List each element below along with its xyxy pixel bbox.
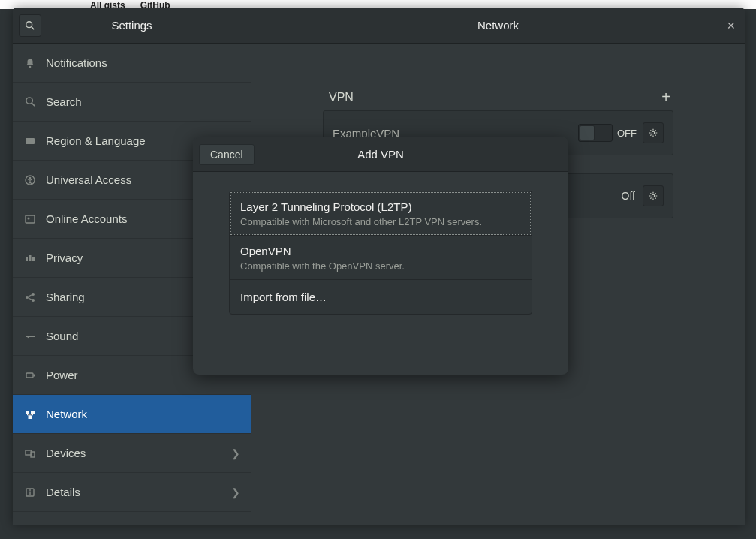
- chevron-right-icon: ❯: [231, 486, 240, 498]
- power-icon: [23, 369, 37, 382]
- devices-icon: [23, 447, 37, 460]
- svg-rect-25: [29, 491, 30, 495]
- close-button[interactable]: ✕: [727, 20, 736, 32]
- account-icon: [23, 212, 37, 226]
- accessibility-icon: [23, 173, 37, 187]
- sidebar-item-search[interactable]: Search: [13, 83, 251, 122]
- sound-icon: [23, 330, 37, 343]
- svg-rect-11: [29, 255, 32, 261]
- svg-rect-20: [31, 411, 35, 414]
- details-icon: [23, 486, 37, 499]
- vpn-option-l2tp[interactable]: Layer 2 Tunneling Protocol (L2TP) Compat…: [230, 191, 532, 236]
- svg-rect-10: [26, 257, 28, 261]
- svg-point-26: [29, 489, 31, 491]
- sidebar-item-label: Details: [46, 486, 231, 498]
- dialog-body: Layer 2 Tunneling Protocol (L2TP) Compat…: [193, 172, 568, 375]
- close-icon: ✕: [727, 20, 736, 32]
- svg-point-7: [29, 176, 32, 179]
- vpn-option-desc: Compatible with the OpenVPN server.: [240, 260, 521, 272]
- sidebar-item-notifications[interactable]: Notifications: [13, 44, 251, 83]
- gear-icon: [648, 128, 658, 138]
- svg-point-27: [652, 131, 655, 134]
- privacy-icon: [23, 251, 37, 265]
- share-icon: [23, 291, 37, 304]
- plus-icon: +: [661, 89, 670, 105]
- vpn-option-desc: Compatible with Microsoft and other L2TP…: [240, 216, 521, 227]
- gear-icon: [648, 191, 658, 201]
- svg-rect-8: [26, 215, 35, 223]
- add-vpn-dialog: Cancel Add VPN Layer 2 Tunneling Protoco…: [193, 137, 568, 375]
- toggle-track: [578, 124, 613, 142]
- svg-point-3: [26, 98, 32, 104]
- sidebar-item-details[interactable]: Details ❯: [13, 473, 251, 512]
- add-vpn-button[interactable]: +: [661, 89, 670, 106]
- sidebar-item-network[interactable]: Network: [13, 395, 251, 434]
- svg-rect-21: [29, 416, 32, 419]
- svg-point-15: [32, 299, 35, 302]
- sidebar-item-devices[interactable]: Devices ❯: [13, 434, 251, 473]
- sidebar-item-label: Notifications: [46, 56, 240, 69]
- sidebar-item-label: Search: [46, 95, 240, 108]
- sidebar-title: Settings: [19, 19, 245, 32]
- svg-rect-12: [32, 257, 35, 261]
- svg-point-2: [29, 65, 32, 68]
- toggle-knob: [580, 125, 595, 140]
- main-header: Network ✕: [251, 8, 745, 44]
- svg-rect-19: [26, 411, 29, 414]
- sidebar-header: Settings: [13, 8, 251, 44]
- vpn-heading: VPN: [329, 91, 354, 104]
- chevron-right-icon: ❯: [231, 447, 240, 459]
- vpn-toggle-text: OFF: [617, 128, 637, 139]
- svg-rect-18: [34, 374, 35, 376]
- vpn-option-title: Layer 2 Tunneling Protocol (L2TP): [240, 200, 521, 213]
- cancel-button[interactable]: Cancel: [199, 144, 255, 165]
- proxy-settings-button[interactable]: [643, 185, 664, 206]
- dialog-header: Cancel Add VPN: [193, 137, 568, 172]
- svg-point-28: [652, 194, 655, 197]
- svg-line-4: [32, 104, 35, 107]
- vpn-section-header: VPN +: [323, 89, 673, 110]
- svg-point-14: [32, 293, 35, 296]
- magnify-icon: [23, 95, 37, 109]
- proxy-status: Off: [622, 190, 635, 202]
- vpn-settings-button[interactable]: [643, 122, 664, 143]
- sidebar-item-label: Network: [46, 408, 240, 420]
- globe-icon: [23, 134, 37, 148]
- svg-point-9: [28, 217, 30, 219]
- vpn-option-openvpn[interactable]: OpenVPN Compatible with the OpenVPN serv…: [230, 236, 532, 280]
- network-icon: [23, 408, 37, 421]
- vpn-import-label: Import from file…: [240, 291, 521, 303]
- sidebar-item-label: Devices: [46, 447, 231, 459]
- vpn-toggle[interactable]: OFF: [578, 124, 637, 142]
- svg-rect-17: [26, 373, 33, 378]
- bell-icon: [23, 56, 37, 70]
- dialog-title: Add VPN: [357, 148, 404, 161]
- vpn-type-list: Layer 2 Tunneling Protocol (L2TP) Compat…: [229, 191, 532, 315]
- vpn-option-import[interactable]: Import from file…: [230, 280, 532, 314]
- vpn-option-title: OpenVPN: [240, 245, 521, 257]
- svg-point-13: [26, 296, 29, 299]
- svg-rect-5: [26, 138, 35, 144]
- main-title: Network: [477, 19, 519, 32]
- svg-rect-16: [26, 336, 35, 337]
